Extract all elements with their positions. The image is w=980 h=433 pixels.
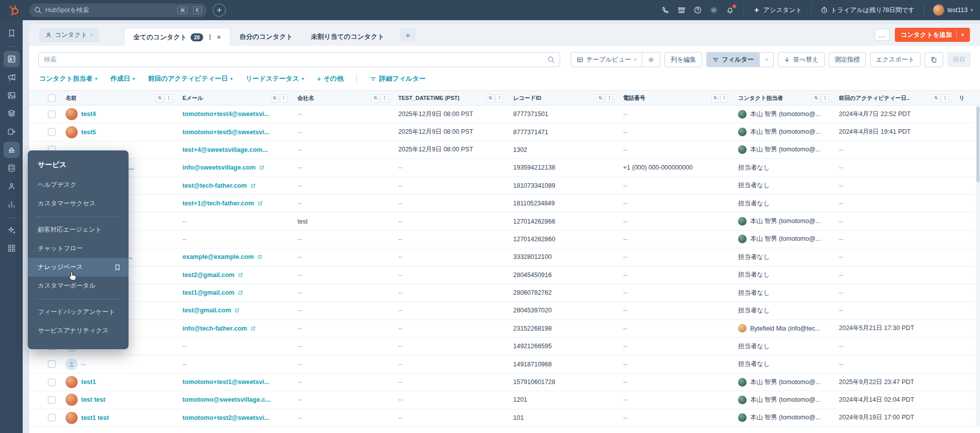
sidebar-item-commerce[interactable]: [4, 105, 20, 122]
select-all-checkbox[interactable]: [48, 94, 55, 102]
quick-filter-1[interactable]: 作成日▾: [110, 74, 135, 83]
cell-value[interactable]: tomotomo+test1@sweetsvi...: [182, 378, 269, 386]
quick-filter-3[interactable]: リードステータス▾: [246, 74, 304, 83]
cell-value[interactable]: tomotomo+test5@sweetsvi...: [182, 129, 269, 136]
column-menu-icon[interactable]: ⋮: [720, 94, 728, 102]
cell-value[interactable]: test2@gmail.com: [182, 272, 234, 279]
cell-value[interactable]: tomotomo+test2@sweetsvi...: [182, 414, 269, 421]
sort-button[interactable]: 並べ替え: [778, 52, 825, 67]
sidebar-item-workspaces[interactable]: [4, 240, 20, 256]
settings-gear-icon[interactable]: [709, 6, 718, 15]
column-header-8[interactable]: リ: [954, 94, 976, 102]
add-view-tab-button[interactable]: +: [400, 28, 415, 41]
more-filters-button[interactable]: +その他: [317, 74, 343, 83]
assistant-button[interactable]: アシスタント: [753, 6, 802, 15]
row-checkbox[interactable]: [48, 414, 55, 421]
row-checkbox[interactable]: [48, 396, 55, 404]
hubspot-logo[interactable]: [7, 4, 20, 17]
sidebar-item-ai[interactable]: [4, 222, 20, 238]
column-menu-icon[interactable]: ⋮: [605, 94, 613, 102]
service-menu-item[interactable]: カスタマーポータル: [28, 277, 129, 295]
contact-name-link[interactable]: test4: [81, 111, 96, 118]
row-checkbox[interactable]: [48, 360, 55, 368]
row-checkbox[interactable]: [48, 111, 55, 118]
view-tab-0[interactable]: 全てのコンタクト20⋮×: [124, 28, 230, 46]
cell-value[interactable]: tomotomo+test4@sweetsvi...: [182, 111, 269, 118]
metrics-button[interactable]: 測定指標: [829, 52, 866, 67]
cell-value[interactable]: test+4@sweetsvillage.com...: [182, 146, 268, 153]
calling-icon[interactable]: [661, 6, 670, 15]
column-menu-icon[interactable]: ⋮: [165, 94, 172, 102]
scrollbar-thumb[interactable]: [976, 106, 979, 182]
contact-name-link[interactable]: --: [81, 361, 85, 368]
cell-value[interactable]: tomotomo@sweetsvillage.c...: [182, 396, 271, 403]
advanced-filters-button[interactable]: 詳細フィルター: [370, 74, 425, 83]
sort-icon[interactable]: ⇅: [812, 94, 820, 102]
cell-value[interactable]: test+1@tech-father.com: [182, 200, 254, 207]
column-menu-icon[interactable]: ⋮: [381, 94, 388, 102]
sort-icon[interactable]: ⇅: [596, 94, 604, 102]
service-menu-item[interactable]: ヘルプデスク: [28, 176, 129, 194]
service-menu-item[interactable]: カスタマーサクセス: [28, 194, 129, 213]
sort-icon[interactable]: ⇅: [271, 94, 278, 102]
column-menu-icon[interactable]: ⋮: [280, 94, 287, 102]
sort-icon[interactable]: ⇅: [372, 94, 379, 102]
sort-icon[interactable]: ⇅: [711, 94, 719, 102]
marketplace-icon[interactable]: [677, 6, 686, 15]
filter-dropdown-button[interactable]: ▾: [760, 52, 774, 67]
cell-value[interactable]: info@sweetsvillage.com: [182, 164, 256, 171]
trial-status[interactable]: トライアルは残り78日間です: [821, 6, 915, 15]
tab-menu-icon[interactable]: ⋮: [207, 33, 213, 41]
filter-button[interactable]: フィルター: [706, 52, 760, 67]
row-checkbox[interactable]: [48, 378, 55, 386]
sidebar-item-data[interactable]: [4, 160, 20, 176]
close-icon[interactable]: ×: [217, 33, 221, 41]
sidebar-item-partners[interactable]: [4, 178, 20, 194]
export-button[interactable]: エクスポート: [870, 52, 921, 67]
quick-filter-0[interactable]: コンタクト担当者▾: [39, 74, 97, 83]
vertical-scrollbar[interactable]: [976, 105, 980, 426]
more-options-button[interactable]: …: [875, 29, 890, 41]
sidebar-item-service[interactable]: [4, 142, 20, 158]
sort-icon[interactable]: ⇅: [932, 94, 940, 102]
view-tab-1[interactable]: 自分のコンタクト: [230, 28, 302, 46]
add-contact-button[interactable]: コンタクトを追加 ▾: [895, 28, 970, 42]
service-menu-item[interactable]: 顧客対応エージェント: [28, 221, 129, 239]
cell-value[interactable]: info@tech-father.com: [182, 325, 247, 332]
contact-name-link[interactable]: test test: [81, 396, 105, 403]
cell-value[interactable]: example@example.com: [182, 253, 254, 260]
view-tab-2[interactable]: 未割り当てのコンタクト: [302, 28, 393, 46]
object-type-selector[interactable]: コンタクト ▾: [39, 28, 99, 42]
sort-icon[interactable]: ⇅: [486, 94, 494, 102]
column-header-2[interactable]: 会社名⇅⋮: [292, 94, 393, 102]
contact-name-link[interactable]: test1: [81, 378, 96, 386]
column-menu-icon[interactable]: ⋮: [941, 94, 949, 102]
cell-value[interactable]: test1@gmail.com: [182, 289, 234, 296]
view-settings-gear-button[interactable]: [642, 52, 660, 67]
service-menu-item[interactable]: ナレッジベース: [28, 258, 129, 277]
service-menu-item[interactable]: チャットフロー: [28, 239, 129, 258]
column-header-7[interactable]: 前回のアクティビティー日..⇅⋮: [834, 94, 954, 102]
cell-value[interactable]: test@tech-father.com: [182, 182, 247, 189]
column-header-3[interactable]: TEST_DATETIME (PST)⇅⋮: [393, 94, 508, 102]
save-view-button[interactable]: 保存: [947, 52, 971, 67]
bookmark-small-icon[interactable]: [114, 264, 120, 271]
create-button[interactable]: [213, 4, 226, 17]
column-header-1[interactable]: Eメール⇅⋮: [177, 94, 292, 102]
column-menu-icon[interactable]: ⋮: [821, 94, 829, 102]
notifications-bell-icon[interactable]: [725, 6, 734, 15]
service-menu-item[interactable]: サービスアナリティクス: [28, 321, 129, 340]
contact-name-link[interactable]: test5: [81, 129, 96, 136]
sidebar-item-automations[interactable]: [4, 124, 20, 140]
global-search-input[interactable]: HubSpotを検索 ⌘ K: [29, 4, 207, 17]
cell-value[interactable]: test@gmail.com: [182, 307, 231, 314]
sidebar-item-crm[interactable]: [4, 51, 20, 67]
column-header-0[interactable]: 名前⇅⋮: [60, 94, 177, 102]
sidebar-item-bookmarks[interactable]: [4, 25, 20, 41]
column-header-6[interactable]: コンタクト担当者⇅⋮: [733, 94, 834, 102]
sidebar-item-marketing[interactable]: [4, 69, 20, 85]
quick-filter-2[interactable]: 前回のアクティビティー日▾: [148, 74, 233, 83]
sidebar-item-content[interactable]: [4, 87, 20, 103]
table-view-selector[interactable]: テーブルビュー ▾: [571, 52, 643, 67]
column-header-4[interactable]: レコードID⇅⋮: [508, 94, 618, 102]
